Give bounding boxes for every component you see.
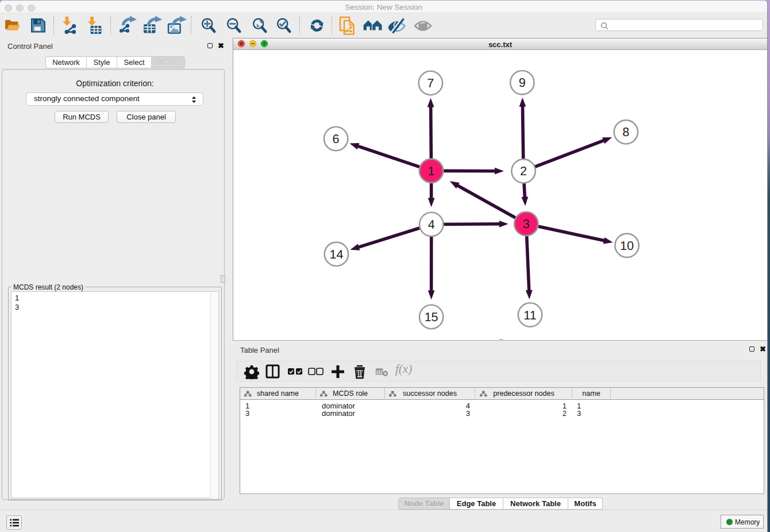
svg-text:3: 3 bbox=[523, 217, 530, 231]
svg-text:11: 11 bbox=[523, 309, 536, 322]
svg-text:1: 1 bbox=[428, 164, 435, 178]
svg-text:4: 4 bbox=[428, 218, 435, 232]
svg-text:9: 9 bbox=[519, 76, 526, 90]
svg-text:2: 2 bbox=[520, 164, 527, 178]
svg-text:10: 10 bbox=[620, 239, 634, 253]
svg-text:8: 8 bbox=[622, 125, 629, 139]
svg-text:6: 6 bbox=[333, 132, 340, 146]
svg-text:7: 7 bbox=[427, 76, 434, 90]
svg-text:15: 15 bbox=[425, 310, 438, 324]
svg-text:14: 14 bbox=[329, 248, 343, 261]
